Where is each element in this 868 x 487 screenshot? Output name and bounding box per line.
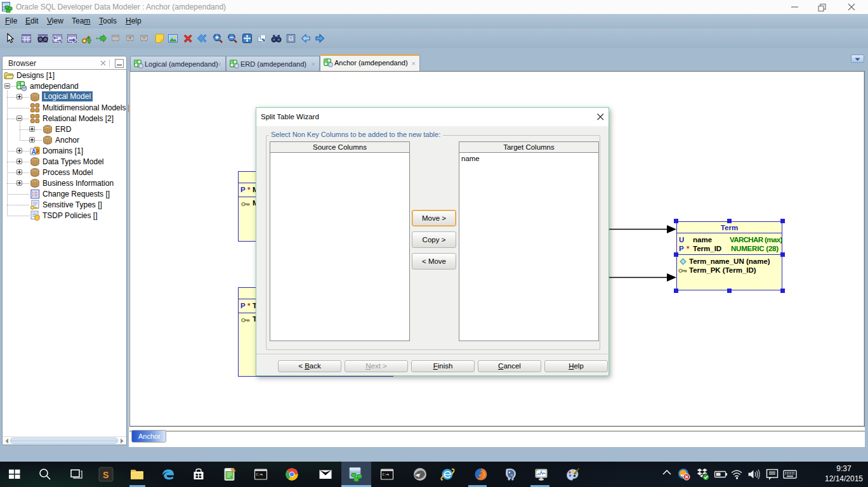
- svg-text:S: S: [103, 470, 109, 480]
- svg-text:A: A: [32, 148, 36, 155]
